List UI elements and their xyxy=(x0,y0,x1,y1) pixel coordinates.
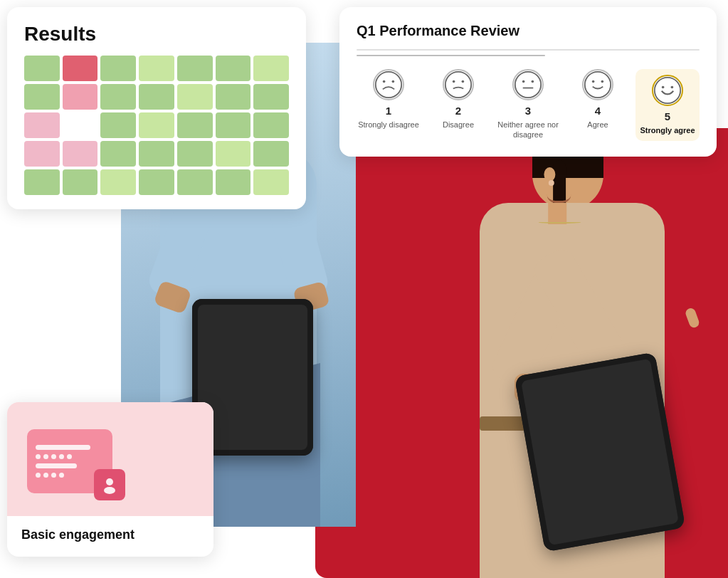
heatmap-cell xyxy=(177,112,213,138)
results-card: Results xyxy=(7,7,306,209)
heatmap-cell xyxy=(24,84,60,110)
svg-point-9 xyxy=(585,72,611,98)
heatmap-cell xyxy=(63,84,98,110)
heatmap-cell xyxy=(100,141,136,167)
heatmap-cell xyxy=(24,112,60,138)
screen-line-1 xyxy=(36,445,90,450)
heatmap-cell xyxy=(216,141,251,167)
screen-dot xyxy=(51,454,56,459)
heatmap-cell xyxy=(216,169,251,195)
svg-point-1 xyxy=(383,80,386,83)
rating-number: 5 xyxy=(665,110,670,122)
review-divider xyxy=(357,49,700,51)
svg-point-6 xyxy=(515,72,541,98)
rating-number: 2 xyxy=(455,105,461,117)
heatmap-cell xyxy=(100,169,136,195)
emoji-face-neutral xyxy=(512,69,544,100)
rating-number: 1 xyxy=(386,105,391,117)
svg-point-12 xyxy=(655,78,680,103)
screen-dot xyxy=(51,473,56,478)
heatmap-cell xyxy=(100,56,136,81)
engagement-icon-area xyxy=(7,402,213,516)
svg-point-3 xyxy=(445,72,471,98)
screen-dot xyxy=(67,454,72,459)
screen-dot xyxy=(36,473,41,478)
heatmap-cell xyxy=(139,56,174,81)
heatmap-cell xyxy=(177,141,213,167)
results-title: Results xyxy=(24,23,289,46)
svg-point-16 xyxy=(104,487,115,494)
heatmap-cell xyxy=(139,84,174,110)
heatmap-cell xyxy=(24,56,60,81)
svg-point-7 xyxy=(522,80,525,83)
rating-label: Neither agree nor disagree xyxy=(496,120,560,140)
emoji-face-sad xyxy=(443,69,474,100)
heatmap-cell xyxy=(63,169,98,195)
heatmap-cell xyxy=(253,84,289,110)
rating-option-3[interactable]: 3Neither agree nor disagree xyxy=(496,69,560,140)
rating-option-2[interactable]: 2Disagree xyxy=(426,69,490,130)
rating-label: Disagree xyxy=(443,120,474,130)
rating-label: Strongly agree xyxy=(640,125,695,135)
review-title: Q1 Performance Review xyxy=(357,23,700,39)
screen-dot xyxy=(59,454,64,459)
heatmap-cell xyxy=(177,169,213,195)
svg-point-0 xyxy=(376,72,401,98)
svg-point-4 xyxy=(453,80,455,83)
rating-label: Strongly disagree xyxy=(358,120,419,130)
screen-dot xyxy=(43,473,48,478)
heatmap-cell xyxy=(24,169,60,195)
engagement-card[interactable]: Basic engagement xyxy=(7,402,213,557)
scene: Results Q1 Performance Review 1Strongly … xyxy=(0,0,728,578)
rating-option-5[interactable]: 5Strongly agree xyxy=(635,69,700,141)
heatmap-cell xyxy=(177,56,213,81)
screen-dot xyxy=(43,454,48,459)
screen-dot xyxy=(59,473,64,478)
emoji-face-happy xyxy=(582,69,613,100)
heatmap-cell xyxy=(63,141,98,167)
svg-point-2 xyxy=(392,80,395,83)
engagement-label: Basic engagement xyxy=(7,516,213,557)
heatmap-cell xyxy=(100,112,136,138)
svg-point-15 xyxy=(106,478,113,485)
heatmap-cell xyxy=(216,112,251,138)
emoji-face-very-happy xyxy=(652,75,683,106)
heatmap-cell xyxy=(139,169,174,195)
heatmap xyxy=(24,56,289,195)
heatmap-cell xyxy=(139,141,174,167)
svg-point-13 xyxy=(662,86,665,89)
heatmap-cell xyxy=(100,84,136,110)
svg-point-8 xyxy=(532,80,534,83)
heatmap-cell xyxy=(177,84,213,110)
heatmap-cell xyxy=(253,141,289,167)
heatmap-cell xyxy=(63,112,98,138)
heatmap-cell xyxy=(63,56,98,81)
svg-point-11 xyxy=(601,80,604,83)
tablet-right xyxy=(515,352,685,552)
screen-dot xyxy=(36,454,41,459)
heatmap-cell xyxy=(24,141,60,167)
rating-number: 4 xyxy=(595,105,601,117)
rating-number: 3 xyxy=(525,105,531,117)
emoji-face-very-sad xyxy=(373,69,404,100)
screen-dots-row-1 xyxy=(36,454,72,459)
review-card: Q1 Performance Review 1Strongly disagree… xyxy=(339,7,717,157)
review-divider-short xyxy=(357,55,545,56)
heatmap-cell xyxy=(253,112,289,138)
heatmap-cell xyxy=(216,56,251,81)
rating-option-1[interactable]: 1Strongly disagree xyxy=(357,69,421,130)
engagement-avatar-icon xyxy=(94,469,125,500)
heatmap-cell xyxy=(253,56,289,81)
screen-line-2 xyxy=(36,463,77,468)
svg-point-14 xyxy=(671,86,674,89)
heatmap-cell xyxy=(216,84,251,110)
engagement-icon xyxy=(27,429,112,493)
svg-point-5 xyxy=(462,80,465,83)
rating-row: 1Strongly disagree 2Disagree 3Neither ag… xyxy=(357,69,700,141)
heatmap-cell xyxy=(253,169,289,195)
screen-dots-row-2 xyxy=(36,473,64,478)
rating-option-4[interactable]: 4Agree xyxy=(566,69,630,130)
rating-label: Agree xyxy=(587,120,608,130)
svg-point-10 xyxy=(592,80,595,83)
heatmap-cell xyxy=(139,112,174,138)
